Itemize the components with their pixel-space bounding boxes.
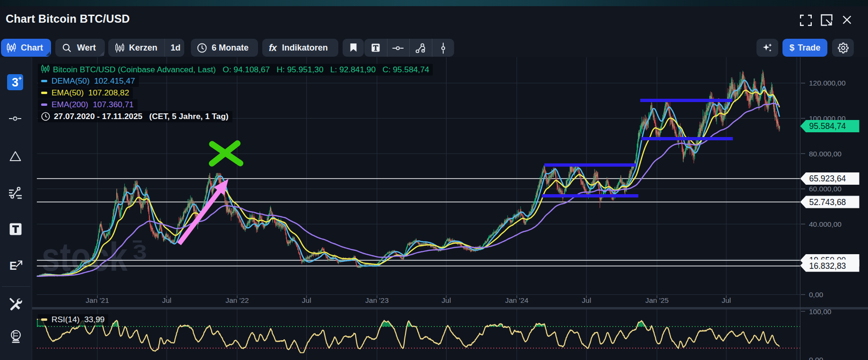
svg-text:100,00: 100,00 [809,308,832,316]
svg-text:60.000,00: 60.000,00 [809,185,842,193]
svg-text:16.832,83: 16.832,83 [809,261,846,271]
svg-text:40.000,00: 40.000,00 [809,220,842,228]
svg-text:65.923,64: 65.923,64 [809,174,846,183]
svg-text:0,00: 0,00 [809,356,824,360]
svg-text:52.743,68: 52.743,68 [809,197,846,207]
svg-text:95.584,74: 95.584,74 [809,121,846,131]
svg-text:80.000,00: 80.000,00 [809,150,842,158]
svg-text:0,00: 0,00 [809,291,824,299]
svg-text:120.000,00: 120.000,00 [809,79,846,87]
